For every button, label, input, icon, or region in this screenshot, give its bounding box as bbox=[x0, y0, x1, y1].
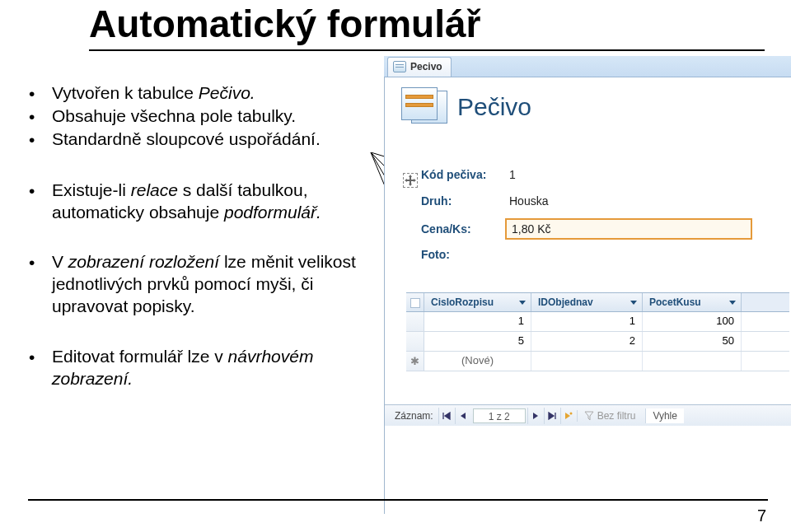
form-screenshot: Pecivo Pečivo Kód pečiva: 1 bbox=[384, 56, 791, 514]
prev-record-button[interactable] bbox=[455, 408, 471, 424]
subform-header: CisloRozpisu IDObjednav PocetKusu bbox=[406, 292, 789, 312]
cell[interactable] bbox=[531, 352, 643, 371]
tab-pecivo[interactable]: Pecivo bbox=[387, 57, 452, 77]
chevron-down-icon bbox=[729, 299, 736, 306]
cell[interactable]: 100 bbox=[643, 312, 742, 331]
nav-label: Záznam: bbox=[390, 410, 438, 422]
svg-point-4 bbox=[570, 412, 573, 414]
field-value-selected[interactable]: 1,80 Kč bbox=[505, 218, 752, 240]
table-row-new[interactable]: ✱ (Nové) bbox=[406, 352, 789, 371]
bullet-list: • Vytvořen k tabulce Pečivo. • Obsahuje … bbox=[29, 82, 383, 418]
field-value[interactable]: Houska bbox=[505, 192, 552, 210]
move-icon bbox=[405, 175, 416, 186]
form-title: Pečivo bbox=[457, 93, 531, 121]
bullet-text: Editovat formulář lze v návrhovém zobraz… bbox=[52, 346, 383, 390]
chevron-down-icon bbox=[630, 299, 637, 306]
last-record-button[interactable] bbox=[544, 408, 560, 424]
next-icon bbox=[532, 412, 539, 420]
bullet-dot: • bbox=[29, 82, 52, 105]
next-record-button[interactable] bbox=[527, 408, 544, 424]
row-selector[interactable] bbox=[406, 332, 424, 351]
field-label: Kód pečiva: bbox=[421, 168, 505, 181]
form-header-icon bbox=[401, 87, 447, 127]
field-label: Cena/Ks: bbox=[421, 222, 505, 236]
col-cislorozpisu[interactable]: CisloRozpisu bbox=[424, 293, 531, 311]
cell[interactable]: 1 bbox=[424, 312, 531, 331]
first-icon bbox=[442, 412, 451, 420]
prev-icon bbox=[460, 412, 466, 420]
field-label: Druh: bbox=[421, 194, 505, 208]
cell[interactable] bbox=[643, 352, 742, 371]
form-canvas: Pečivo Kód pečiva: 1 Druh: Houska Cena/K… bbox=[384, 77, 791, 514]
cell[interactable]: 50 bbox=[643, 332, 742, 351]
form-fields: Kód pečiva: 1 Druh: Houska Cena/Ks: 1,80… bbox=[385, 166, 791, 261]
col-pocetkusu[interactable]: PocetKusu bbox=[643, 293, 742, 311]
page-number: 7 bbox=[757, 506, 766, 525]
last-icon bbox=[548, 412, 556, 420]
cell[interactable]: 5 bbox=[424, 332, 531, 351]
tab-bar: Pecivo bbox=[384, 56, 791, 77]
row-selector[interactable] bbox=[406, 312, 424, 331]
first-record-button[interactable] bbox=[438, 408, 455, 424]
field-value[interactable] bbox=[505, 252, 513, 257]
new-record-button[interactable] bbox=[560, 408, 577, 424]
field-label: Foto: bbox=[421, 248, 505, 261]
bullet-text: V zobrazení rozložení lze měnit velikost… bbox=[52, 251, 383, 318]
bullet-dot: • bbox=[29, 251, 52, 274]
chevron-down-icon bbox=[519, 299, 526, 306]
bullet-dot: • bbox=[29, 128, 52, 152]
bullet-dot: • bbox=[29, 346, 52, 369]
table-row[interactable]: 5 2 50 bbox=[406, 332, 789, 352]
field-row-foto: Foto: bbox=[421, 248, 791, 261]
subform: CisloRozpisu IDObjednav PocetKusu 1 1 10… bbox=[406, 292, 789, 371]
bullet-text: Standardně sloupcové uspořádání. bbox=[52, 128, 383, 151]
bullet-text: Obsahuje všechna pole tabulky. bbox=[52, 105, 383, 128]
bullet-dot: • bbox=[29, 180, 52, 203]
form-icon bbox=[393, 61, 406, 72]
cell[interactable]: (Nové) bbox=[424, 352, 531, 371]
bullet-text: Existuje-li relace s další tabulkou, aut… bbox=[52, 180, 383, 224]
search-box[interactable]: Vyhle bbox=[645, 408, 684, 423]
tab-label: Pecivo bbox=[410, 61, 442, 72]
select-all-corner[interactable] bbox=[406, 293, 424, 311]
field-row-kod: Kód pečiva: 1 bbox=[421, 166, 791, 184]
col-idobjednav[interactable]: IDObjednav bbox=[531, 293, 643, 311]
new-row-icon[interactable]: ✱ bbox=[406, 352, 424, 371]
field-row-druh: Druh: Houska bbox=[421, 192, 791, 210]
footer-rule bbox=[28, 499, 768, 501]
filter-indicator[interactable]: Bez filtru bbox=[577, 410, 643, 422]
form-header: Pečivo bbox=[385, 77, 791, 138]
record-counter[interactable]: 1 z 2 bbox=[473, 408, 526, 423]
bullet-dot: • bbox=[29, 105, 52, 128]
table-row[interactable]: 1 1 100 bbox=[406, 312, 789, 332]
bullet-text: Vytvořen k tabulce Pečivo. bbox=[52, 82, 383, 105]
page-title: Automatický formulář bbox=[89, 2, 765, 51]
field-row-cena: Cena/Ks: 1,80 Kč bbox=[421, 218, 791, 240]
funnel-icon bbox=[584, 411, 594, 421]
field-value[interactable]: 1 bbox=[505, 166, 520, 184]
cell[interactable]: 2 bbox=[531, 332, 643, 351]
new-icon bbox=[564, 412, 573, 420]
move-handle[interactable] bbox=[403, 173, 418, 188]
record-navigator: Záznam: 1 z 2 Bez filtru Vyhle bbox=[385, 404, 791, 426]
cell[interactable]: 1 bbox=[531, 312, 643, 331]
